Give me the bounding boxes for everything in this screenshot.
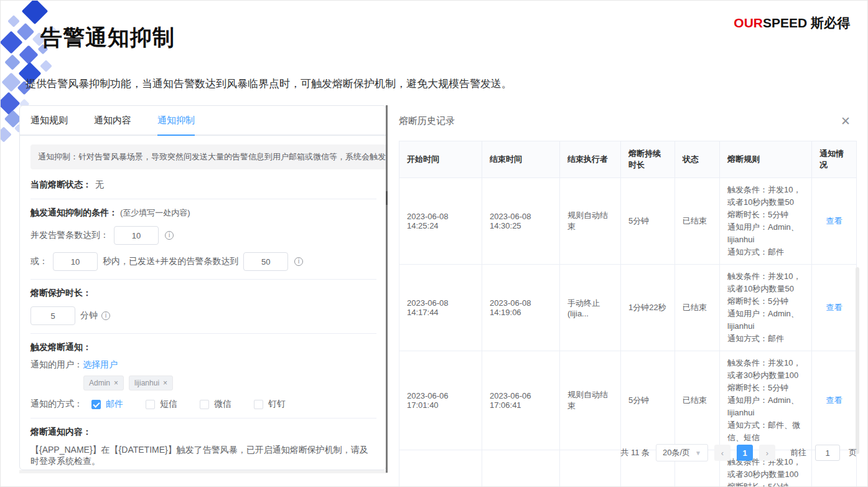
cell-start: 2023-06-08 14:25:24 — [399, 178, 482, 265]
panel-divider[interactable] — [386, 105, 388, 473]
card-bottom-strip — [19, 470, 387, 473]
page-title: 告警通知抑制 — [40, 23, 175, 52]
cell-rule: 触发条件：并发10，或者10秒内数量50 熔断时长：5分钟 通知用户：Admin… — [720, 178, 812, 265]
prev-page-button[interactable]: ‹ — [714, 445, 730, 461]
cell-end: 2023-06-08 14:19:06 — [482, 265, 560, 351]
col-status: 状态 — [675, 141, 720, 178]
col-start-time: 开始时间 — [399, 141, 482, 178]
checkbox-label: 短信 — [160, 399, 177, 410]
checkbox-checked-icon — [91, 400, 101, 409]
page: OURSPEED 斯必得 告警通知抑制 提供告警风暴抑制功能，当通知告警数达到风… — [0, 0, 868, 487]
notify-method-label: 通知的方式： — [30, 399, 83, 410]
tab-notify-rules[interactable]: 通知规则 — [30, 115, 68, 135]
modal-title: 熔断历史记录 — [399, 110, 858, 127]
goto-unit: 页 — [849, 447, 857, 458]
close-icon[interactable]: ✕ — [841, 114, 851, 128]
rule-line: 通知用户：Admin、lijianhui — [727, 394, 804, 419]
col-end-time: 结束时间 — [482, 141, 560, 178]
checkbox-label: 微信 — [214, 399, 231, 410]
goto-label: 前往 — [790, 447, 806, 458]
checkbox-dingtalk[interactable]: 钉钉 — [254, 399, 286, 410]
cell-status: 已结束 — [675, 265, 720, 351]
brand-red-text: OUR — [734, 16, 763, 30]
remove-tag-icon[interactable]: × — [114, 379, 118, 387]
cell-duration: 1分钟22秒 — [621, 265, 675, 351]
page-1-button[interactable]: 1 — [737, 445, 753, 461]
tab-notify-content[interactable]: 通知内容 — [94, 115, 131, 135]
cell-end: 2023-06-08 14:30:25 — [482, 178, 560, 265]
concurrent-count-input[interactable] — [114, 226, 159, 245]
rule-line: 通知方式：邮件、微信、短信 — [727, 419, 804, 444]
rule-line: 通知方式：邮件 — [727, 333, 804, 345]
user-tag-label: Admin — [89, 379, 110, 387]
select-users-link[interactable]: 选择用户 — [83, 359, 118, 371]
cell-end: 2023-06-06 17:01:16 — [482, 450, 560, 487]
rule-line: 熔断时长：5分钟 — [727, 295, 804, 308]
view-link[interactable]: 查看 — [826, 303, 842, 312]
rule-line: 触发条件：并发10，或者10秒内数量50 — [727, 270, 804, 295]
col-notify: 通知情况 — [812, 141, 857, 178]
view-link[interactable]: 查看 — [826, 216, 842, 225]
window-count-input[interactable] — [243, 252, 288, 271]
user-tag: Admin× — [83, 376, 124, 390]
notify-content-section: 熔断通知内容： 【{APP_NAME}】在【{DATETIME}】触发了告警风暴… — [30, 418, 376, 470]
cell-executor: 规则自动结束 — [560, 450, 621, 487]
table-row: 2023-06-06 17:01:40 2023-06-06 17:06:41 … — [399, 351, 857, 450]
fuse-notify-title: 触发熔断通知： — [30, 342, 376, 353]
cell-rule: 触发条件：并发10，或者30秒内数量100 熔断时长：5分钟 通知用户：Admi… — [720, 351, 812, 450]
checkbox-sms[interactable]: 短信 — [146, 399, 177, 410]
rule-line: 触发条件：并发10，或者30秒内数量100 — [727, 357, 804, 382]
checkbox-wechat[interactable]: 微信 — [200, 399, 231, 410]
next-page-button[interactable]: › — [759, 445, 775, 461]
trigger-condition-hint: (至少填写一处内容) — [120, 208, 190, 217]
brand-logo: OURSPEED 斯必得 — [734, 14, 850, 32]
cell-status: 已结束 — [675, 178, 720, 265]
cell-duration: 5分钟 — [621, 178, 675, 265]
page-size-select[interactable]: 20条/页 ▼ — [656, 444, 708, 461]
concurrent-count-label: 并发告警条数达到： — [30, 230, 109, 241]
info-banner: 通知抑制：针对告警风暴场景，导致突然间发送大量的告警信息到用户邮箱或微信等，系统… — [30, 144, 386, 169]
window-count-label: 秒内，已发送+并发的告警条数达到 — [103, 256, 238, 267]
tab-notify-suppression[interactable]: 通知抑制 — [157, 115, 195, 135]
goto-page-input[interactable] — [815, 445, 840, 461]
cell-start: 2023-06-06 16:56:15 — [399, 450, 482, 487]
brand-black-text: SPEED 斯必得 — [763, 16, 850, 30]
user-tags: Admin× lijianhui× — [83, 376, 376, 390]
page-description: 提供告警风暴抑制功能，当通知告警数达到风暴临界点时，可触发熔断保护机制，避免大规… — [26, 77, 512, 91]
history-modal: 熔断历史记录 ✕ 开始时间 结束时间 结束执行者 熔断持续时长 状态 熔断规则 … — [399, 110, 858, 471]
cell-end: 2023-06-06 17:06:41 — [482, 351, 560, 450]
view-link[interactable]: 查看 — [826, 395, 842, 405]
rule-line: 熔断时长：5分钟 — [727, 209, 804, 221]
checkbox-unchecked-icon — [200, 400, 209, 409]
table-scrollbar[interactable] — [856, 267, 859, 454]
remove-tag-icon[interactable]: × — [163, 379, 167, 387]
col-duration: 熔断持续时长 — [621, 141, 675, 178]
table-row: 2023-06-08 14:25:24 2023-06-08 14:30:25 … — [399, 178, 857, 265]
checkbox-unchecked-icon — [146, 400, 155, 409]
tab-bar: 通知规则 通知内容 通知抑制 — [20, 106, 386, 136]
cell-executor: 手动终止(lijia... — [560, 265, 621, 351]
table-row: 2023-06-08 14:17:44 2023-06-08 14:19:06 … — [399, 265, 857, 351]
seconds-window-input[interactable] — [53, 252, 98, 271]
current-state-value: 无 — [95, 179, 104, 191]
rule-line: 熔断时长：5分钟 — [727, 481, 804, 487]
cell-executor: 规则自动结束 — [560, 178, 621, 265]
settings-panel: 通知规则 通知内容 通知抑制 通知抑制：针对告警风暴场景，导致突然间发送大量的告… — [19, 105, 386, 470]
trigger-condition-title: 触发通知抑制的条件： — [30, 207, 118, 217]
cell-duration: 5分钟 — [621, 351, 675, 450]
rule-line: 通知用户：Admin、lijianhui — [727, 308, 804, 333]
checkbox-email[interactable]: 邮件 — [91, 399, 123, 410]
info-icon: i — [101, 311, 110, 320]
protection-duration-input[interactable] — [30, 306, 75, 325]
rule-line: 通知方式：邮件 — [727, 246, 804, 258]
rule-line: 熔断时长：5分钟 — [727, 382, 804, 394]
chevron-down-icon: ▼ — [695, 450, 701, 456]
rule-line: 通知用户：Admin、lijianhui — [727, 221, 804, 246]
current-state-section: 当前熔断状态： 无 — [30, 169, 376, 199]
trigger-condition-section: 触发通知抑制的条件：(至少填写一处内容) 并发告警条数达到： i 或： 秒内，已… — [30, 199, 376, 280]
protection-duration-section: 熔断保护时长： 分钟 i — [30, 280, 376, 334]
protection-duration-title: 熔断保护时长： — [30, 288, 376, 299]
user-tag-label: lijianhui — [134, 379, 159, 387]
rule-line: 触发条件：并发10，或者10秒内数量50 — [727, 184, 804, 209]
checkbox-unchecked-icon — [254, 400, 263, 409]
